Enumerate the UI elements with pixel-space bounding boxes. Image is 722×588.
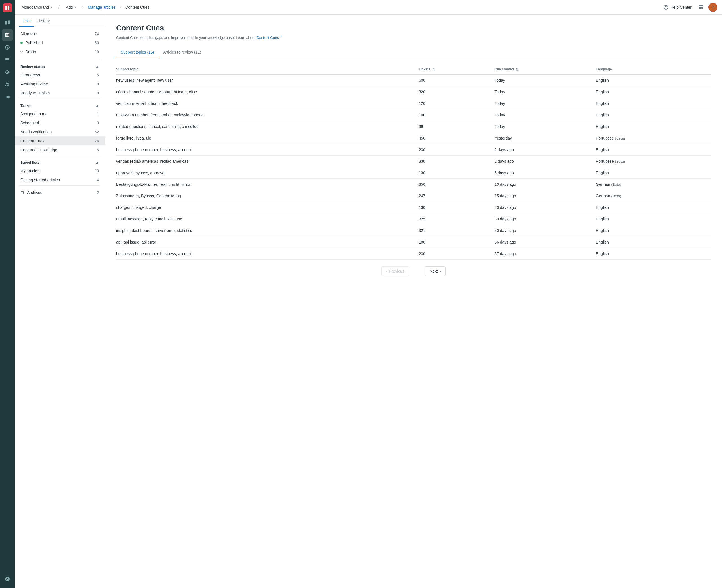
nav-icon-list[interactable] [2, 54, 13, 65]
cell-topic: verification email, it team, feedback [116, 98, 415, 109]
nav-icon-users[interactable] [2, 79, 13, 90]
user-avatar[interactable]: U [708, 3, 718, 12]
published-label-wrap: Published [20, 41, 43, 45]
cell-tickets: 321 [415, 225, 491, 236]
nav-icon-book[interactable] [2, 17, 13, 28]
sidebar-tabs: Lists History [15, 15, 105, 27]
col-header-cue-created[interactable]: Cue created ⇅ [491, 65, 593, 75]
assigned-to-me-count: 1 [97, 112, 99, 116]
cell-language: English [593, 225, 711, 236]
cell-language: German (Beta) [593, 190, 711, 202]
tab-articles-review[interactable]: Articles to review (11) [159, 46, 206, 58]
nav-icon-articles[interactable] [2, 29, 13, 41]
content-tabs: Support topics (15) Articles to review (… [116, 46, 711, 58]
table-row[interactable]: Bestätigungs-E-Mail, es Team, nicht hinz… [116, 178, 711, 190]
table-row[interactable]: forgo livre, livea, uid450YesterdayPortu… [116, 132, 711, 144]
sidebar-item-assigned-to-me[interactable]: Assigned to me 1 [15, 109, 105, 119]
cell-cue-created: 2 days ago [491, 155, 593, 167]
sidebar-item-captured-knowledge[interactable]: Captured Knowledge 5 [15, 145, 105, 154]
subtitle-link[interactable]: Content Cues ↗ [256, 36, 282, 40]
sidebar-item-ready-to-publish[interactable]: Ready to publish 0 [15, 88, 105, 98]
next-button[interactable]: Next › [425, 266, 446, 276]
table-row[interactable]: charges, charged, charge13020 days agoEn… [116, 202, 711, 213]
table-row[interactable]: approvals, bypass, approval1305 days ago… [116, 167, 711, 178]
svg-rect-0 [699, 5, 701, 6]
pagination: ‹ Previous Next › [116, 259, 711, 278]
tab-lists[interactable]: Lists [19, 15, 34, 27]
table-row[interactable]: new users, new agent, new user600TodayEn… [116, 75, 711, 86]
table-row[interactable]: vendas região américas, região américas3… [116, 155, 711, 167]
cell-tickets: 120 [415, 98, 491, 109]
table-row[interactable]: related questions, cancel, cancelling, c… [116, 121, 711, 132]
table-row[interactable]: api, api issue, api error10056 days agoE… [116, 236, 711, 248]
add-chevron-icon: ▾ [75, 6, 76, 9]
sidebar-item-drafts[interactable]: Drafts 19 [15, 47, 105, 56]
sidebar-item-published[interactable]: Published 53 [15, 38, 105, 47]
archived-count: 2 [97, 190, 99, 195]
brand-chevron-icon: ▾ [50, 6, 52, 9]
table-row[interactable]: business phone number, business, account… [116, 248, 711, 259]
table-row[interactable]: Zulassungen, Bypass, Genehmigung24715 da… [116, 190, 711, 202]
sidebar-item-needs-verification[interactable]: Needs verification 52 [15, 127, 105, 136]
content-cues-label: Content Cues [20, 139, 45, 143]
sidebar-item-content-cues[interactable]: Content Cues 26 [15, 136, 105, 145]
add-button[interactable]: Add ▾ [63, 4, 78, 11]
sidebar-item-my-articles[interactable]: My articles 13 [15, 166, 105, 175]
tab-support-topics[interactable]: Support topics (15) [116, 46, 159, 58]
tab-history[interactable]: History [34, 15, 53, 27]
nav-icon-zendesk[interactable] [2, 573, 13, 585]
cell-cue-created: Today [491, 109, 593, 121]
manage-articles-link[interactable]: Manage articles [88, 5, 116, 9]
cell-language: German (Beta) [593, 178, 711, 190]
table-row[interactable]: business phone number, business, account… [116, 144, 711, 155]
saved-lists-collapse-icon[interactable]: ▲ [96, 161, 99, 165]
help-center-button[interactable]: Help Center [661, 3, 694, 11]
in-progress-label: In progress [20, 73, 40, 77]
drafts-label-wrap: Drafts [20, 49, 36, 54]
cell-cue-created: 56 days ago [491, 236, 593, 248]
sidebar-item-getting-started[interactable]: Getting started articles 4 [15, 175, 105, 184]
col-header-tickets[interactable]: Tickets ⇅ [415, 65, 491, 75]
cell-cue-created: 15 days ago [491, 190, 593, 202]
sidebar-item-archived[interactable]: Archived 2 [15, 187, 105, 198]
nav-icon-settings[interactable] [2, 91, 13, 103]
published-dot-icon [20, 42, 23, 44]
table-row[interactable]: verification email, it team, feedback120… [116, 98, 711, 109]
drafts-circle-icon [20, 51, 23, 53]
tasks-items: Assigned to me 1 Scheduled 3 Needs verif… [15, 109, 105, 154]
next-chevron-icon: › [440, 269, 441, 273]
cell-tickets: 230 [415, 248, 491, 259]
review-status-collapse-icon[interactable]: ▲ [96, 65, 99, 69]
table-row[interactable]: malaysian number, free number, malaysian… [116, 109, 711, 121]
nav-icon-eye[interactable] [2, 66, 13, 78]
cell-topic: insights, dashboards, server error, stat… [116, 225, 415, 236]
sidebar-item-awaiting-review[interactable]: Awaiting review 0 [15, 80, 105, 88]
tasks-title: Tasks [20, 103, 30, 108]
grid-icon[interactable] [697, 3, 705, 12]
table-row[interactable]: insights, dashboards, server error, stat… [116, 225, 711, 236]
awaiting-review-label: Awaiting review [20, 82, 48, 86]
cell-topic: Bestätigungs-E-Mail, es Team, nicht hinz… [116, 178, 415, 190]
saved-lists-header: Saved lists ▲ [15, 157, 105, 166]
previous-button[interactable]: ‹ Previous [381, 266, 409, 276]
nav-icon-tickets[interactable] [2, 42, 13, 53]
scheduled-label: Scheduled [20, 121, 39, 125]
tasks-collapse-icon[interactable]: ▲ [96, 104, 99, 108]
table-row[interactable]: cécile channel source, signature hi team… [116, 86, 711, 98]
sidebar-item-in-progress[interactable]: In progress 5 [15, 70, 105, 80]
icon-rail [0, 0, 15, 588]
app-logo[interactable] [3, 3, 12, 13]
cell-tickets: 325 [415, 213, 491, 225]
cell-language: English [593, 236, 711, 248]
cell-tickets: 330 [415, 155, 491, 167]
sidebar-item-scheduled[interactable]: Scheduled 3 [15, 119, 105, 127]
cell-topic: api, api issue, api error [116, 236, 415, 248]
sidebar-item-all-articles[interactable]: All articles 74 [15, 29, 105, 38]
published-label: Published [25, 41, 43, 45]
brand-button[interactable]: Monocambrand ▾ [19, 4, 54, 11]
sidebar-divider-2 [19, 99, 100, 99]
table-row[interactable]: email message, reply e mail, sole use325… [116, 213, 711, 225]
drafts-count: 19 [95, 49, 99, 54]
cell-tickets: 600 [415, 75, 491, 86]
cell-language: English [593, 98, 711, 109]
